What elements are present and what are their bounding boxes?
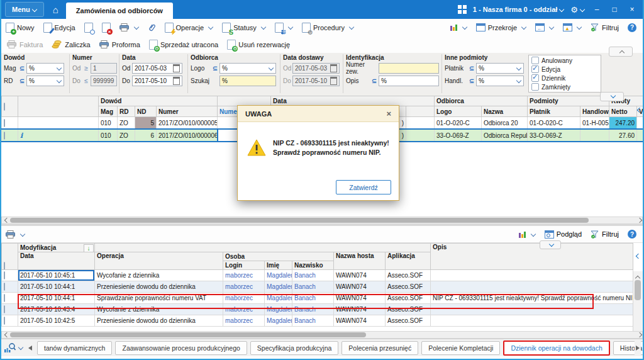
scrollbar-thumb[interactable] — [10, 332, 366, 337]
cell-imie[interactable]: Magdalena — [265, 281, 292, 293]
dialog-close-button[interactable]: × — [386, 109, 391, 118]
col-header-opis[interactable]: Opis — [431, 244, 633, 270]
data-do-input[interactable]: 2017-05-10 — [132, 76, 182, 86]
tab-polecenie-kompletacji[interactable]: Polecenie Kompletacji — [421, 341, 500, 355]
attachment-button[interactable] — [143, 20, 160, 35]
chart-menu[interactable] — [445, 20, 472, 35]
log-collapse-button[interactable] — [540, 240, 561, 249]
scroll-left-icon[interactable] — [4, 217, 9, 222]
opis-input[interactable]: % — [379, 76, 439, 86]
row-checkbox[interactable] — [4, 317, 5, 325]
cell-login[interactable]: maborzec — [223, 293, 265, 304]
group-header-podmioty[interactable]: Podmioty — [528, 96, 609, 106]
row-select-cell[interactable] — [2, 117, 18, 130]
cell-nazwisko[interactable]: Banach — [292, 315, 334, 327]
scroll-left-icon[interactable] — [4, 332, 9, 337]
col-header-nd[interactable]: ND — [135, 106, 157, 117]
edit-button[interactable]: Edycja — [39, 20, 80, 35]
alerts-menu[interactable]: ▲ — [558, 20, 586, 35]
row-checkbox[interactable] — [4, 283, 5, 291]
row-select-cell[interactable] — [2, 281, 18, 293]
flag-anulowany[interactable]: Anulowany — [531, 56, 598, 65]
col-header-nazwisko[interactable]: Nazwisko — [292, 261, 334, 270]
log-row[interactable]: 2017-05-10 10:42:5 Przeniesienie dowodu … — [2, 315, 633, 327]
log-row[interactable]: 2017-05-10 10:43:4 Wycofanie z dziennika… — [2, 304, 633, 315]
dostawa-od-input[interactable]: 2017-05-03 — [292, 63, 340, 74]
settings-button[interactable]: ⚙ — [570, 5, 585, 14]
statuses-menu[interactable]: S Statusy — [218, 20, 270, 35]
group-header-modyfikacja[interactable]: Modyfikacja ↓ — [18, 244, 95, 252]
scroll-right-icon[interactable] — [636, 217, 641, 222]
row-select-cell[interactable] — [2, 315, 18, 327]
advance-button[interactable]: Zaliczka — [47, 37, 94, 52]
row-checkbox[interactable] — [4, 294, 5, 302]
new-button[interactable]: + Nowy — [1, 20, 39, 35]
flag-edycja[interactable]: Edycja — [531, 65, 598, 74]
log-chart-menu[interactable] — [514, 227, 540, 242]
cell-imie[interactable]: Magdalena — [265, 293, 292, 304]
apps-grid-icon[interactable] — [458, 5, 467, 14]
cell-imie[interactable]: Magdalena — [265, 270, 292, 281]
tabs-scroll-left-icon[interactable] — [28, 346, 32, 351]
close-button[interactable]: × — [626, 5, 638, 14]
select-all-cell[interactable] — [2, 96, 18, 117]
remove-reservation-button[interactable]: ⚙ Usuń rezerwację — [223, 37, 294, 52]
handlowiec-select[interactable]: % — [476, 76, 524, 86]
tab-specyfikacja-produkcyjna[interactable]: Specyfikacja produkcyjna — [250, 341, 338, 355]
select-all-checkbox[interactable] — [4, 103, 5, 111]
layout-menu[interactable]: ← — [531, 20, 558, 35]
dostawa-do-input[interactable]: 2017-05-10 — [292, 76, 340, 86]
log-help-button[interactable]: ? — [623, 227, 643, 242]
procedures-menu[interactable]: ⚙ Procedury — [297, 20, 358, 35]
minimize-button[interactable]: – — [591, 5, 602, 14]
log-row[interactable]: 2017-05-10 10:45:1 Wycofanie z dziennika… — [2, 270, 633, 281]
menu-button[interactable]: Menu — [5, 2, 44, 17]
tab-stany-dynamiczne[interactable]: tanów dynamicznych — [37, 341, 112, 355]
mag-select[interactable]: % — [26, 63, 64, 74]
checkbox[interactable] — [531, 74, 539, 82]
filter-collapse-button[interactable] — [600, 92, 624, 101]
numer-do-input[interactable]: 999999 — [91, 76, 117, 86]
col-header-numer[interactable]: Numer — [157, 106, 218, 117]
logo-select[interactable]: % — [219, 63, 276, 74]
row-checkbox[interactable] — [4, 305, 5, 313]
log-filter-button[interactable]: Filtruj — [586, 227, 623, 242]
platnik-select[interactable]: % — [476, 63, 524, 74]
group-header-osoba[interactable]: Osoba — [223, 252, 334, 261]
sort-desc-icon[interactable]: ↓ — [84, 244, 94, 252]
print-button[interactable] — [115, 20, 143, 35]
scrollbar-thumb[interactable] — [10, 218, 589, 223]
cell-nazwisko[interactable]: Banach — [292, 293, 334, 304]
select-all-checkbox[interactable] — [4, 262, 5, 270]
cell-imie[interactable]: Magdalena — [265, 304, 292, 315]
row-select-cell[interactable] — [2, 293, 18, 304]
group-header-odbiorca[interactable]: Odbiorca — [435, 96, 528, 106]
log-row[interactable]: 2017-05-10 10:44:1 Przeniesienie dowodu … — [2, 281, 633, 293]
flag-zamkniety[interactable]: Zamknięty — [531, 82, 598, 91]
company-selector[interactable]: 1 - Nasza firma 0 - oddział — [473, 6, 564, 13]
cell-login[interactable]: maborzec — [223, 270, 265, 281]
group-header-dowod[interactable]: Dowód — [99, 96, 218, 106]
col-header-nazwa[interactable]: Nazwa — [482, 106, 528, 117]
invoice-button[interactable]: Faktura — [3, 37, 47, 52]
cell-nazwisko[interactable]: Banach — [292, 304, 334, 315]
log-print-button[interactable] — [1, 227, 30, 242]
checkbox[interactable] — [531, 65, 539, 73]
orders-hscrollbar[interactable] — [1, 217, 643, 224]
col-header-aplikacja[interactable]: Aplikacja — [386, 252, 431, 270]
log-hscrollbar[interactable] — [1, 331, 643, 339]
col-header-platnik[interactable]: Płatnik — [528, 106, 580, 117]
confirm-button[interactable]: Zatwierdź — [336, 180, 391, 194]
preview-toggle-button[interactable]: Podgląd — [540, 227, 586, 242]
tabs-scroll-right-icon[interactable] — [636, 346, 640, 351]
cell-data-focused[interactable]: 2017-05-10 10:45:1 — [18, 270, 95, 281]
cell-login[interactable]: maborzec — [223, 315, 265, 327]
cell-login[interactable]: maborzec — [223, 281, 265, 293]
col-header-netto[interactable]: Netto — [609, 106, 637, 117]
log-row-highlighted[interactable]: 2017-05-10 10:44:1 Sprawdzanie poprawnoś… — [2, 293, 633, 304]
rd-select[interactable]: % — [26, 76, 64, 86]
panel-collapse-left-icon[interactable] — [636, 254, 641, 259]
col-header-imie[interactable]: Imię — [265, 261, 292, 270]
col-header-operacja[interactable]: Operacja — [95, 252, 223, 270]
tab-polecenia-przesuniec[interactable]: Polecenia przesunięć — [341, 341, 418, 355]
